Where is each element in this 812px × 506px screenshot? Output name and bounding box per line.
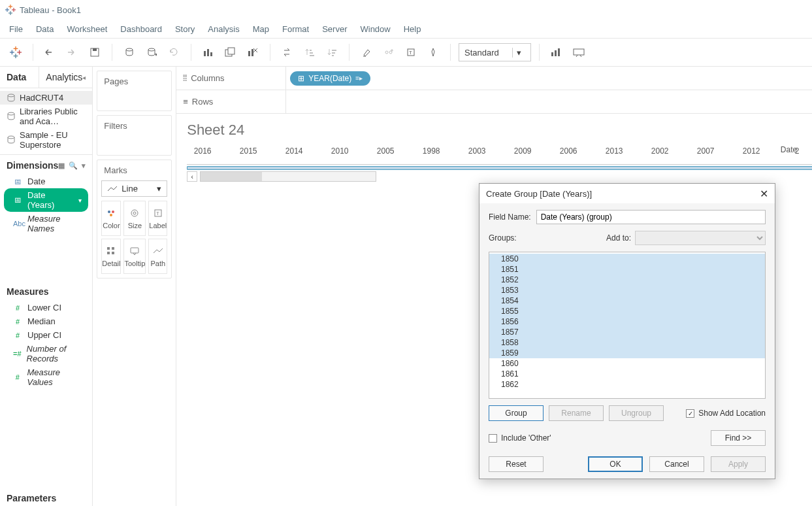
axis-tick: 2016	[189, 146, 216, 156]
list-item[interactable]: 1854	[489, 295, 765, 306]
ok-button[interactable]: OK	[588, 456, 643, 472]
data-tab[interactable]: Data	[0, 67, 39, 88]
menu-file[interactable]: File	[4, 22, 28, 37]
scroll-thumb[interactable]	[201, 172, 262, 181]
group-icon[interactable]	[380, 43, 398, 61]
rows-shelf[interactable]: ≡Rows	[176, 90, 812, 114]
data-pane: Data Analytics ◂ HadCRUT4 Libraries Publ…	[0, 67, 93, 506]
refresh-icon[interactable]	[165, 43, 183, 61]
field-median[interactable]: #Median	[0, 314, 92, 328]
dimensions-header: Dimensions ▦ 🔍 ▾	[0, 155, 92, 173]
view-canvas[interactable]: Date 2016 2015 2014 2010 2005 1998 2003 …	[176, 146, 812, 182]
list-item[interactable]: 1853	[489, 285, 765, 295]
save-icon[interactable]	[86, 43, 104, 61]
window-titlebar: Tableau - Book1	[0, 0, 812, 20]
analytics-tab[interactable]: Analytics ◂	[39, 67, 92, 88]
menu-window[interactable]: Window	[355, 22, 395, 37]
redo-icon[interactable]	[63, 43, 82, 61]
list-item[interactable]: 1852	[489, 275, 765, 285]
presentation-icon[interactable]	[570, 43, 588, 61]
duplicate-sheet-icon[interactable]	[221, 43, 240, 61]
mark-detail[interactable]: Detail	[101, 239, 121, 274]
date-icon: 📅︎	[13, 178, 22, 186]
menu-caret-icon[interactable]: ▾	[82, 161, 86, 170]
menu-worksheet[interactable]: Worksheet	[61, 22, 112, 37]
list-item[interactable]: 1862	[489, 379, 765, 390]
columns-shelf[interactable]: ⦙⦙⦙Columns ⊞ YEAR(Date) ≡▸	[176, 67, 812, 90]
new-worksheet-icon[interactable]	[199, 43, 218, 61]
mark-color[interactable]: Color	[101, 201, 121, 236]
apply-button: Apply	[711, 456, 766, 472]
sort-desc-icon[interactable]	[323, 43, 341, 61]
mark-size[interactable]: Size	[123, 201, 146, 236]
list-item[interactable]: 1858	[489, 337, 765, 348]
field-name-input[interactable]	[536, 210, 766, 224]
clear-sheet-icon[interactable]	[244, 43, 262, 61]
scroll-left-icon[interactable]: ‹	[187, 171, 197, 182]
show-add-location-checkbox[interactable]: ✓ Show Add Location	[686, 409, 766, 418]
tableau-start-icon[interactable]	[7, 43, 25, 61]
field-date-years[interactable]: 📅︎ Date (Years) ▾	[4, 188, 88, 212]
pages-shelf[interactable]: Pages	[97, 71, 172, 111]
mark-path[interactable]: Path	[148, 239, 167, 274]
list-item[interactable]: 1851	[489, 264, 765, 275]
filters-shelf[interactable]: Filters	[97, 115, 172, 156]
pause-autoupdate-icon[interactable]: ▾	[142, 43, 161, 61]
menu-analysis[interactable]: Analysis	[203, 22, 244, 37]
list-item[interactable]: 1860	[489, 358, 765, 369]
pin-icon[interactable]	[424, 43, 442, 61]
menu-story[interactable]: Story	[170, 22, 200, 37]
field-num-records[interactable]: =#Number of Records	[0, 342, 92, 365]
fit-selector[interactable]: Standard ▾	[459, 43, 531, 61]
svg-point-50	[108, 211, 110, 213]
mark-label[interactable]: TLabel	[148, 201, 167, 236]
datasource-item[interactable]: HadCRUT4	[0, 91, 92, 105]
list-item[interactable]: 1855	[489, 306, 765, 316]
mark-tooltip[interactable]: Tooltip	[123, 239, 146, 274]
cancel-button[interactable]: Cancel	[649, 456, 704, 472]
add-to-select[interactable]	[635, 231, 766, 245]
close-icon[interactable]: ✕	[760, 188, 768, 200]
menu-dashboard[interactable]: Dashboard	[115, 22, 167, 37]
dimensions-title: Dimensions	[7, 160, 58, 171]
menu-server[interactable]: Server	[317, 22, 352, 37]
field-date[interactable]: 📅︎ Date	[0, 175, 92, 188]
new-datasource-icon[interactable]	[120, 43, 138, 61]
datasource-list: HadCRUT4 Libraries Public and Aca… Sampl…	[0, 88, 92, 155]
show-me-icon[interactable]	[547, 43, 566, 61]
include-other-checkbox[interactable]: Include 'Other'	[489, 433, 551, 443]
undo-icon[interactable]	[41, 43, 59, 61]
swap-icon[interactable]	[278, 43, 297, 61]
group-button[interactable]: Group	[489, 405, 544, 421]
field-lower-ci[interactable]: #Lower CI	[0, 301, 92, 314]
datasource-item[interactable]: Sample - EU Superstore	[0, 128, 92, 152]
mark-type-selector[interactable]: Line ▾	[101, 180, 167, 197]
search-icon[interactable]: 🔍	[69, 161, 78, 170]
menu-format[interactable]: Format	[277, 22, 314, 37]
reset-button[interactable]: Reset	[489, 456, 544, 472]
sort-asc-icon[interactable]	[300, 43, 319, 61]
horizontal-scrollbar[interactable]: ‹	[187, 171, 376, 182]
view-as-table-icon[interactable]: ▦	[58, 161, 65, 170]
show-mark-labels-icon[interactable]: T	[402, 43, 420, 61]
svg-rect-59	[107, 252, 110, 254]
menu-help[interactable]: Help	[398, 22, 427, 37]
sheet-title[interactable]: Sheet 24	[176, 114, 812, 146]
list-item[interactable]: 1861	[489, 369, 765, 379]
list-item[interactable]: 1856	[489, 316, 765, 327]
menu-map[interactable]: Map	[248, 22, 274, 37]
menu-data[interactable]: Data	[31, 22, 59, 37]
parameters-title: Parameters	[7, 493, 56, 503]
field-measure-values[interactable]: #Measure Values	[0, 365, 92, 389]
scroll-track[interactable]	[200, 171, 376, 182]
list-item[interactable]: 1859	[489, 348, 765, 358]
group-members-list[interactable]: 1850185118521853185418551856185718581859…	[489, 252, 766, 399]
find-button[interactable]: Find >>	[711, 430, 766, 446]
list-item[interactable]: 1850	[489, 254, 765, 264]
highlight-icon[interactable]	[357, 43, 376, 61]
field-measure-names[interactable]: Abc Measure Names	[0, 212, 92, 235]
datasource-item[interactable]: Libraries Public and Aca…	[0, 105, 92, 128]
list-item[interactable]: 1857	[489, 327, 765, 337]
field-upper-ci[interactable]: #Upper CI	[0, 328, 92, 342]
columns-pill-year-date[interactable]: ⊞ YEAR(Date) ≡▸	[290, 71, 370, 86]
